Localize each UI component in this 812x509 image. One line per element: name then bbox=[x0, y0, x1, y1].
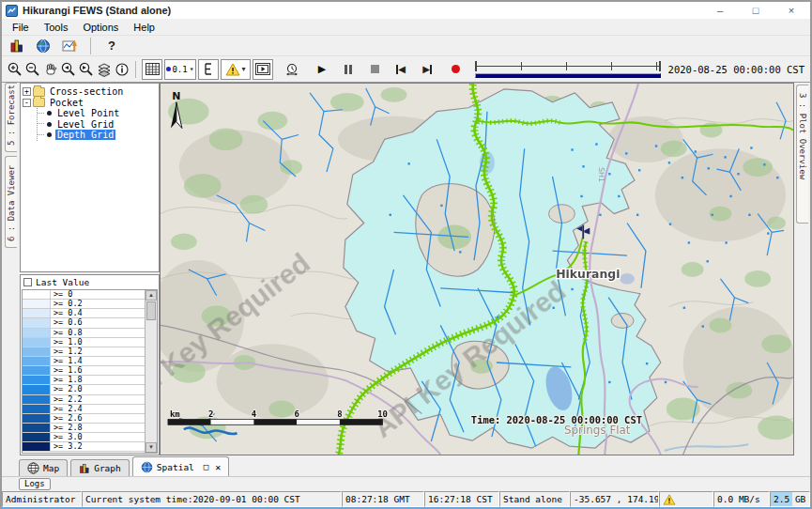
legend-row[interactable]: >= 2.8 bbox=[23, 424, 145, 433]
scroll-thumb[interactable] bbox=[146, 301, 156, 320]
legend-swatch bbox=[23, 442, 51, 451]
legend-label: >= 0.2 bbox=[51, 300, 83, 308]
legend-row[interactable]: >= 3.2 bbox=[23, 442, 145, 452]
timeline-range-bar[interactable] bbox=[475, 73, 661, 78]
menu-file[interactable]: File bbox=[6, 21, 36, 34]
data-viewer-panel: + Cross-section - Pocket Level Point bbox=[20, 83, 160, 455]
svg-text:2: 2 bbox=[208, 409, 213, 419]
spatial-display-icon[interactable] bbox=[33, 36, 54, 56]
bottom-tab-bar: Map Graph Spatial □ ✕ bbox=[2, 455, 810, 476]
logs-button[interactable]: Logs bbox=[19, 478, 51, 490]
menu-tools[interactable]: Tools bbox=[38, 21, 75, 34]
tree-item-level-point[interactable]: Level Point bbox=[38, 108, 157, 119]
menu-help[interactable]: Help bbox=[127, 21, 161, 34]
movie-export-icon[interactable] bbox=[253, 59, 273, 80]
legend-label: >= 2.4 bbox=[51, 405, 83, 413]
maximize-button[interactable]: □ bbox=[750, 5, 761, 16]
tab-forecast[interactable]: 5 : Forecast bbox=[5, 83, 17, 152]
tree-item-depth-grid[interactable]: Depth Grid bbox=[38, 130, 157, 141]
map-time-overlay: Time: 2020-08-25 00:00:00 CST bbox=[471, 414, 642, 425]
legend-row[interactable]: >= 0.8 bbox=[23, 329, 145, 338]
node-icon bbox=[47, 122, 52, 127]
stop-button[interactable] bbox=[364, 59, 385, 80]
status-user: Administrator bbox=[2, 491, 82, 507]
legend-label: >= 2.6 bbox=[51, 414, 83, 423]
legend-row[interactable]: >= 1.8 bbox=[23, 376, 145, 385]
legend-row[interactable]: >= 2.6 bbox=[23, 414, 145, 424]
info-icon[interactable] bbox=[113, 59, 130, 80]
legend-label: >= 2.2 bbox=[51, 395, 83, 404]
legend-row[interactable]: >= 1.4 bbox=[23, 357, 145, 366]
legend-label: >= 0 bbox=[51, 290, 72, 299]
legend-swatch bbox=[23, 300, 51, 308]
folder-icon bbox=[33, 98, 45, 107]
svg-text:10: 10 bbox=[377, 409, 388, 419]
legend-row[interactable]: >= 1.2 bbox=[23, 347, 145, 357]
minimize-button[interactable]: – bbox=[714, 5, 726, 16]
legend-row[interactable]: >= 3.0 bbox=[23, 433, 145, 442]
legend-row[interactable]: >= 0.4 bbox=[23, 309, 145, 318]
animation-clock-icon[interactable] bbox=[282, 59, 302, 80]
scroll-down-icon[interactable]: ▼ bbox=[146, 442, 157, 453]
point-size-dropdown[interactable]: 0.1▾ bbox=[164, 59, 196, 80]
pause-button[interactable] bbox=[338, 59, 359, 80]
legend-row[interactable]: >= 1.0 bbox=[23, 338, 145, 347]
tree-item-pocket[interactable]: - Pocket bbox=[23, 98, 157, 109]
toolbar-separator bbox=[90, 38, 91, 54]
record-button[interactable] bbox=[445, 59, 466, 80]
profile-toggle[interactable] bbox=[198, 59, 219, 80]
last-value-checkbox[interactable] bbox=[23, 278, 32, 286]
tab-plot-overview[interactable]: 3 : Plot Overview bbox=[796, 85, 808, 224]
pan-icon[interactable] bbox=[41, 59, 59, 80]
tree-item-level-grid[interactable]: Level Grid bbox=[38, 119, 157, 131]
menu-options[interactable]: Options bbox=[76, 21, 125, 34]
legend-label: >= 3.0 bbox=[51, 433, 83, 441]
tab-maximize-icon[interactable]: □ bbox=[204, 462, 208, 471]
help-icon[interactable]: ? bbox=[101, 36, 122, 56]
legend-row[interactable]: >= 2.0 bbox=[23, 385, 145, 394]
tab-close-icon[interactable]: ✕ bbox=[215, 462, 221, 472]
legend-label: >= 1.4 bbox=[51, 357, 83, 365]
legend-row[interactable]: >= 2.4 bbox=[23, 405, 145, 414]
node-icon bbox=[47, 132, 52, 137]
last-frame-button[interactable]: ▶ bbox=[417, 59, 437, 80]
zoom-previous-icon[interactable] bbox=[59, 59, 77, 80]
map-viewport[interactable]: API Key Required API Key Required Hikura… bbox=[160, 83, 794, 455]
legend-row[interactable]: >= 0 bbox=[23, 290, 145, 300]
first-frame-button[interactable]: ◀ bbox=[391, 59, 411, 80]
layers-icon[interactable] bbox=[95, 59, 113, 80]
svg-text:6: 6 bbox=[294, 409, 299, 419]
map-toolbar: 0.1▾ ▾ ▶ ◀ ▶ 2020-08-25 00:00:00 CST bbox=[2, 55, 810, 83]
tab-graph[interactable]: Graph bbox=[70, 459, 130, 476]
zoom-in-icon[interactable] bbox=[6, 59, 23, 80]
data-display-icon[interactable] bbox=[7, 36, 27, 56]
toolbar-separator bbox=[135, 61, 136, 78]
legend-row[interactable]: >= 1.6 bbox=[23, 366, 145, 376]
legend-row[interactable]: >= 0.6 bbox=[23, 318, 145, 328]
warnings-dropdown[interactable]: ▾ bbox=[221, 59, 251, 80]
legend-scrollbar[interactable]: ▲ ▼ bbox=[145, 290, 157, 453]
legend-row[interactable]: >= 2.2 bbox=[23, 395, 145, 405]
status-memory: 2.5 GB bbox=[770, 491, 810, 507]
zoom-out-icon[interactable] bbox=[23, 59, 41, 80]
tab-map[interactable]: Map bbox=[19, 459, 68, 476]
play-button[interactable]: ▶ bbox=[312, 59, 332, 80]
collapse-icon[interactable]: - bbox=[23, 99, 31, 107]
timeseries-display-icon[interactable] bbox=[59, 36, 80, 56]
expand-icon[interactable]: + bbox=[23, 87, 31, 96]
status-coordinates: -35.657 , 174.199 bbox=[570, 491, 659, 507]
scroll-up-icon[interactable]: ▲ bbox=[146, 290, 157, 301]
legend-panel: Last Value >= 0 >= 0.2 bbox=[20, 274, 160, 455]
grid-layer-toggle[interactable] bbox=[142, 59, 162, 80]
point-size-value: 0.1 bbox=[172, 65, 187, 74]
status-warning[interactable] bbox=[659, 491, 713, 507]
tab-spatial[interactable]: Spatial □ ✕ bbox=[132, 456, 230, 476]
legend-row[interactable]: >= 0.2 bbox=[23, 300, 145, 309]
legend-swatch bbox=[23, 414, 51, 423]
app-window: Hikurangi FEWS (Stand alone) – □ × File … bbox=[1, 1, 811, 508]
timeline-slider[interactable] bbox=[475, 61, 661, 78]
tab-data-viewer[interactable]: 6 : Data Viewer bbox=[5, 156, 17, 248]
close-button[interactable]: × bbox=[786, 5, 797, 16]
tree-item-cross-section[interactable]: + Cross-section bbox=[23, 86, 157, 98]
zoom-next-icon[interactable] bbox=[77, 59, 95, 80]
